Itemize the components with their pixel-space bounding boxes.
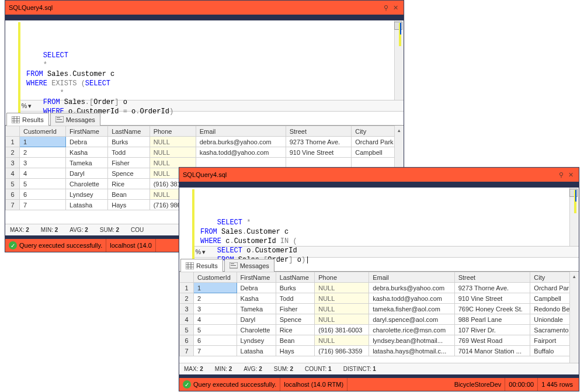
scroll-up-icon[interactable]: ▴ xyxy=(395,126,404,135)
row-header[interactable]: 7 xyxy=(6,200,20,210)
grid-cell[interactable]: debra.burks@yahoo.com xyxy=(369,283,455,293)
grid-cell[interactable]: 6 xyxy=(194,335,237,346)
grid-cell[interactable]: kasha.todd@yahoo.com xyxy=(196,147,286,158)
grid-cell[interactable]: Rice xyxy=(108,179,150,189)
titlebar[interactable]: SQLQuery4.sql ⚲ ✕ xyxy=(5,1,404,15)
grid-cell[interactable]: Debra xyxy=(237,283,276,293)
table-row[interactable]: 22KashaToddNULLkasha.todd@yahoo.com910 V… xyxy=(6,147,404,158)
column-header[interactable]: CustomerId xyxy=(194,272,237,283)
grid-cell[interactable]: 2 xyxy=(194,293,237,304)
grid-cell[interactable]: NULL xyxy=(315,293,369,304)
grid-cell[interactable]: Tameka xyxy=(66,158,108,168)
grid-cell[interactable]: Latasha xyxy=(66,200,108,210)
grid-cell[interactable]: Burks xyxy=(276,283,315,293)
grid-cell[interactable]: Charolette xyxy=(66,179,108,189)
grid-scrollbar[interactable]: ▴ xyxy=(569,272,579,363)
tab-messages[interactable]: Messages xyxy=(50,113,100,126)
grid-cell[interactable]: 7 xyxy=(194,346,237,356)
grid-cell[interactable]: (716) 986-3359 xyxy=(315,346,369,356)
row-header[interactable]: 1 xyxy=(6,137,20,147)
grid-cell[interactable]: Daryl xyxy=(237,314,276,325)
grid-cell[interactable]: 4 xyxy=(194,314,237,325)
row-header[interactable]: 6 xyxy=(180,335,194,346)
grid-cell[interactable]: NULL xyxy=(150,147,196,158)
table-row[interactable]: 44DarylSpenceNULLdaryl.spence@aol.com988… xyxy=(180,314,579,325)
grid-cell[interactable]: NULL xyxy=(315,283,369,293)
grid-cell[interactable]: (916) 381-6003 xyxy=(315,325,369,335)
grid-cell[interactable]: Lyndsey xyxy=(66,189,108,200)
grid-cell[interactable]: Spence xyxy=(276,314,315,325)
grid-cell[interactable]: Latasha xyxy=(237,346,276,356)
grid-cell[interactable]: 1 xyxy=(20,137,66,147)
column-header[interactable]: FirstName xyxy=(237,272,276,283)
grid-cell[interactable]: NULL xyxy=(315,314,369,325)
grid-cell[interactable]: Debra xyxy=(66,137,108,147)
grid-cell[interactable]: Tameka xyxy=(237,304,276,314)
results-grid[interactable]: CustomerIdFirstNameLastNamePhoneEmailStr… xyxy=(179,272,579,356)
grid-cell[interactable]: Rice xyxy=(276,325,315,335)
grid-cell[interactable]: 2 xyxy=(20,147,66,158)
table-row[interactable]: 22KashaToddNULLkasha.todd@yahoo.com910 V… xyxy=(180,293,579,304)
row-header[interactable]: 5 xyxy=(6,179,20,189)
table-row[interactable]: 33TamekaFisherNULL xyxy=(6,158,404,168)
row-header[interactable]: 1 xyxy=(180,283,194,293)
grid-cell[interactable]: lyndsey.bean@hotmail... xyxy=(369,335,455,346)
grid-cell[interactable]: 9273 Thorne Ave. xyxy=(286,137,352,147)
grid-cell[interactable]: Bean xyxy=(276,335,315,346)
row-header[interactable]: 2 xyxy=(6,147,20,158)
row-header[interactable]: 4 xyxy=(6,168,20,179)
grid-cell[interactable]: 910 Vine Street xyxy=(454,293,530,304)
grid-cell[interactable]: Hays xyxy=(108,200,150,210)
sql-editor[interactable]: SELECT * FROM Sales.Customer c WHERE EXI… xyxy=(5,20,404,100)
row-header[interactable]: 2 xyxy=(180,293,194,304)
grid-cell[interactable]: Spence xyxy=(108,168,150,179)
row-header[interactable]: 3 xyxy=(180,304,194,314)
grid-cell[interactable]: 107 River Dr. xyxy=(454,325,530,335)
grid-cell[interactable]: NULL xyxy=(150,137,196,147)
tab-messages[interactable]: Messages xyxy=(224,259,274,272)
table-row[interactable]: 66LyndseyBeanNULLlyndsey.bean@hotmail...… xyxy=(180,335,579,346)
grid-cell[interactable]: tameka.fisher@aol.com xyxy=(369,304,455,314)
column-header[interactable]: Street xyxy=(454,272,530,283)
grid-cell[interactable]: NULL xyxy=(315,335,369,346)
scroll-up-icon[interactable]: ▴ xyxy=(570,272,579,281)
grid-cell[interactable]: Todd xyxy=(108,147,150,158)
table-row[interactable]: 55CharoletteRice(916) 381-6003charolette… xyxy=(180,325,579,335)
grid-cell[interactable]: charolette.rice@msn.com xyxy=(369,325,455,335)
grid-cell[interactable]: 769 West Road xyxy=(454,335,530,346)
column-header[interactable]: Phone xyxy=(150,126,196,137)
grid-cell[interactable]: NULL xyxy=(315,304,369,314)
column-header[interactable]: Email xyxy=(369,272,455,283)
grid-cell[interactable]: Kasha xyxy=(66,147,108,158)
row-header[interactable]: 3 xyxy=(6,158,20,168)
column-header[interactable]: Street xyxy=(286,126,352,137)
editor-scrollbar[interactable] xyxy=(569,188,579,246)
column-header[interactable]: LastName xyxy=(276,272,315,283)
grid-cell[interactable]: 7 xyxy=(20,200,66,210)
table-row[interactable]: 11DebraBurksNULLdebra.burks@yahoo.com927… xyxy=(6,137,404,147)
grid-cell[interactable]: 1 xyxy=(194,283,237,293)
column-header[interactable]: FirstName xyxy=(66,126,108,137)
grid-cell[interactable]: 9273 Thorne Ave. xyxy=(454,283,530,293)
column-header[interactable]: Phone xyxy=(315,272,369,283)
grid-cell[interactable]: Bean xyxy=(108,189,150,200)
grid-cell[interactable]: daryl.spence@aol.com xyxy=(369,314,455,325)
grid-cell[interactable]: Burks xyxy=(108,137,150,147)
grid-cell[interactable]: 3 xyxy=(194,304,237,314)
column-header[interactable]: CustomerId xyxy=(20,126,66,137)
close-icon[interactable]: ✕ xyxy=(391,3,400,12)
grid-cell[interactable]: Charolette xyxy=(237,325,276,335)
grid-cell[interactable]: 7014 Manor Station ... xyxy=(454,346,530,356)
grid-cell[interactable]: NULL xyxy=(150,158,196,168)
row-header[interactable]: 5 xyxy=(180,325,194,335)
grid-cell[interactable]: 769C Honey Creek St. xyxy=(454,304,530,314)
titlebar[interactable]: SQLQuery4.sql ⚲ ✕ xyxy=(179,168,579,182)
table-row[interactable]: 11DebraBurksNULLdebra.burks@yahoo.com927… xyxy=(180,283,579,293)
grid-cell[interactable]: 910 Vine Street xyxy=(286,147,352,158)
grid-cell[interactable]: Lyndsey xyxy=(237,335,276,346)
grid-cell[interactable]: latasha.hays@hotmail.c... xyxy=(369,346,455,356)
grid-cell[interactable]: 988 Pearl Lane xyxy=(454,314,530,325)
row-header[interactable]: 6 xyxy=(6,189,20,200)
row-header[interactable]: 4 xyxy=(180,314,194,325)
tab-results[interactable]: Results xyxy=(6,113,49,126)
